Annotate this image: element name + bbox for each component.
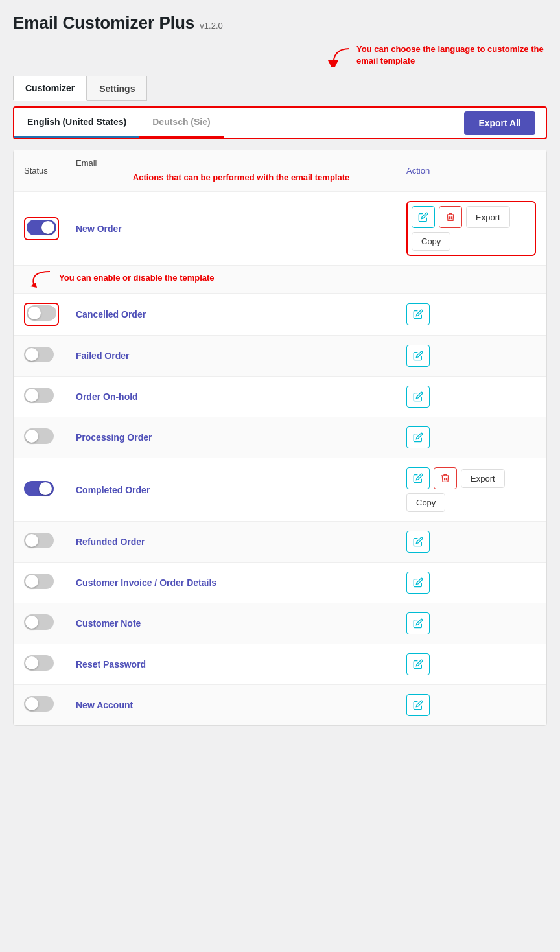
email-label-failed-order[interactable]: Failed Order — [76, 351, 406, 361]
email-label-order-on-hold[interactable]: Order On-hold — [76, 391, 406, 402]
table-row-processing-order: Processing Order — [14, 417, 546, 458]
email-label-new-order[interactable]: New Order — [76, 224, 406, 234]
toggle-new-account[interactable] — [24, 696, 54, 712]
actions-order-on-hold — [406, 386, 536, 408]
toggle-arrow-icon — [24, 268, 56, 288]
language-section: English (United States) Deutsch (Sie) Ex… — [13, 106, 547, 139]
edit-button-processing-order[interactable] — [406, 426, 430, 448]
email-label-reset-password[interactable]: Reset Password — [76, 659, 406, 669]
table-row-customer-invoice: Customer Invoice / Order Details — [14, 563, 546, 603]
pencil-icon — [413, 351, 423, 361]
pencil-icon — [413, 537, 423, 547]
language-tabs: English (United States) Deutsch (Sie) — [14, 108, 224, 138]
pencil-icon — [413, 577, 423, 588]
actions-annotation: Actions that can be performed with the e… — [76, 172, 406, 183]
header-action: Action — [406, 166, 536, 176]
pencil-icon — [413, 391, 423, 402]
actions-completed-order: Export Copy — [406, 467, 536, 512]
copy-button-new-order[interactable]: Copy — [412, 232, 450, 251]
email-label-new-account[interactable]: New Account — [76, 700, 406, 710]
toggle-customer-note[interactable] — [24, 614, 54, 630]
actions-failed-order — [406, 345, 536, 367]
email-label-completed-order[interactable]: Completed Order — [76, 485, 406, 495]
email-templates-table: Status Email Actions that can be perform… — [13, 150, 547, 726]
row-status-refunded-order — [24, 533, 76, 551]
pencil-icon — [413, 618, 423, 629]
export-all-button[interactable]: Export All — [464, 111, 535, 135]
actions-cancelled-order — [406, 303, 536, 325]
row-status-customer-invoice — [24, 574, 76, 592]
toggle-new-order[interactable] — [27, 220, 56, 235]
edit-button-reset-password[interactable] — [406, 653, 430, 675]
nav-tabs: Customizer Settings — [13, 76, 547, 101]
edit-button-customer-note[interactable] — [406, 612, 430, 634]
delete-button-completed-order[interactable] — [434, 467, 457, 489]
email-label-customer-note[interactable]: Customer Note — [76, 618, 406, 629]
actions-reset-password — [406, 653, 536, 675]
pencil-icon — [413, 659, 423, 669]
edit-button-order-on-hold[interactable] — [406, 386, 430, 408]
row-status-cancelled-order — [24, 303, 76, 326]
lang-tab-german[interactable]: Deutsch (Sie) — [139, 108, 223, 138]
row-status-customer-note — [24, 614, 76, 633]
actions-customer-note — [406, 612, 536, 634]
table-row-reset-password: Reset Password — [14, 644, 546, 685]
pencil-icon — [413, 309, 423, 319]
trash-icon — [440, 473, 450, 483]
table-header: Status Email Actions that can be perform… — [14, 150, 546, 192]
table-row-refunded-order: Refunded Order — [14, 522, 546, 563]
table-row-new-order: New Order — [14, 192, 546, 266]
toggle-order-on-hold[interactable] — [24, 388, 54, 403]
toggle-failed-order[interactable] — [24, 347, 54, 362]
tab-customizer[interactable]: Customizer — [13, 76, 87, 101]
copy-button-completed-order[interactable]: Copy — [406, 493, 445, 512]
toggle-processing-order[interactable] — [24, 428, 54, 444]
pencil-icon — [413, 473, 423, 483]
table-row-cancelled-order: Cancelled Order — [14, 294, 546, 336]
toggle-annotation: You can enable or disable the template — [59, 272, 215, 284]
pencil-icon — [413, 700, 423, 710]
actions-new-account — [406, 694, 536, 716]
edit-button-customer-invoice[interactable] — [406, 572, 430, 594]
email-label-refunded-order[interactable]: Refunded Order — [76, 537, 406, 547]
edit-button-completed-order[interactable] — [406, 467, 430, 489]
table-row-customer-note: Customer Note — [14, 603, 546, 644]
delete-button-new-order[interactable] — [439, 206, 462, 228]
edit-button-refunded-order[interactable] — [406, 531, 430, 553]
row-status-reset-password — [24, 655, 76, 673]
row-status-new-account — [24, 696, 76, 714]
export-button-new-order[interactable]: Export — [466, 206, 510, 228]
row-status-order-on-hold — [24, 388, 76, 406]
edit-button-new-order[interactable] — [412, 206, 435, 228]
tab-settings[interactable]: Settings — [87, 76, 147, 101]
toggle-completed-order[interactable] — [24, 481, 54, 496]
trash-icon — [445, 212, 456, 222]
toggle-customer-invoice[interactable] — [24, 574, 54, 589]
email-label-cancelled-order[interactable]: Cancelled Order — [76, 309, 406, 319]
toggle-bordered-cancelled-order — [24, 303, 59, 326]
edit-button-failed-order[interactable] — [406, 345, 430, 367]
arrow-down-left-icon — [327, 47, 353, 67]
edit-button-new-account[interactable] — [406, 694, 430, 716]
row-status-new-order — [24, 217, 76, 240]
actions-customer-invoice — [406, 572, 536, 594]
export-button-completed-order[interactable]: Export — [461, 469, 505, 488]
lang-tab-english[interactable]: English (United States) — [14, 108, 139, 138]
table-row-new-account: New Account — [14, 685, 546, 725]
row-status-processing-order — [24, 428, 76, 447]
toggle-refunded-order[interactable] — [24, 533, 54, 548]
header-status: Status — [24, 166, 76, 176]
header-email: Email Actions that can be performed with… — [76, 158, 406, 183]
page-header: Email Customizer Plus v1.2.0 — [13, 13, 547, 33]
action-group-bordered-new-order: Export Copy — [406, 201, 536, 256]
toggle-reset-password[interactable] — [24, 655, 54, 671]
email-label-processing-order[interactable]: Processing Order — [76, 432, 406, 443]
language-annotation: You can choose the language to customize… — [356, 43, 547, 67]
page-wrapper: Email Customizer Plus v1.2.0 You can cho… — [13, 13, 547, 726]
pencil-icon — [418, 212, 428, 222]
edit-button-cancelled-order[interactable] — [406, 303, 430, 325]
toggle-cancelled-order[interactable] — [27, 305, 56, 321]
email-label-customer-invoice[interactable]: Customer Invoice / Order Details — [76, 577, 406, 588]
table-row-completed-order: Completed Order Expo — [14, 458, 546, 522]
toggle-annotation-row: You can enable or disable the template — [14, 266, 546, 294]
